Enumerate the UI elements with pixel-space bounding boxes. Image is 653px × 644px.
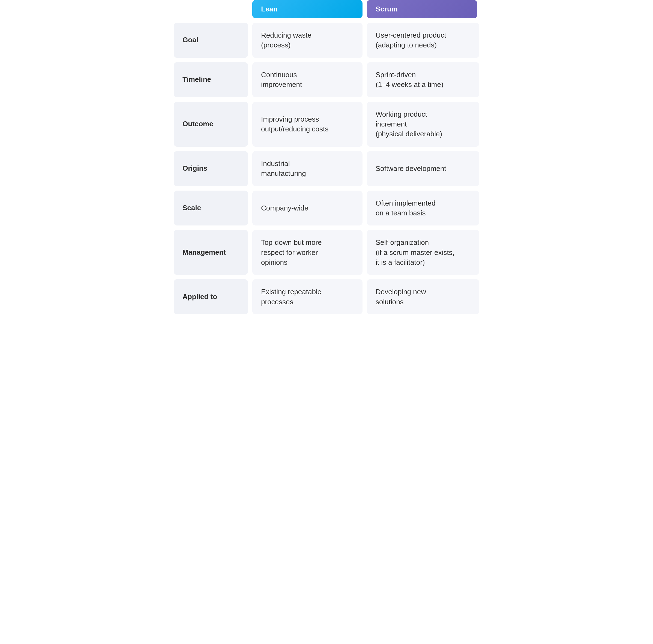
label-management: Management	[183, 248, 226, 257]
label-cell-scale: Scale	[174, 191, 248, 226]
scrum-cell-scale: Often implemented on a team basis	[367, 191, 479, 226]
scrum-text-management: Self-organization (if a scrum master exi…	[376, 238, 454, 267]
scrum-text-origins: Software development	[376, 164, 446, 173]
lean-cell-origins: Industrial manufacturing	[252, 151, 363, 186]
scrum-text-goal: User-centered product (adapting to needs…	[376, 30, 446, 50]
label-timeline: Timeline	[183, 75, 211, 84]
lean-text-outcome: Improving process output/reducing costs	[261, 114, 329, 134]
row-outcome: OutcomeImproving process output/reducing…	[174, 102, 479, 147]
label-applied-to: Applied to	[183, 292, 217, 301]
header-lean: Lean	[252, 0, 363, 18]
label-cell-management: Management	[174, 230, 248, 275]
lean-cell-goal: Reducing waste (process)	[252, 23, 363, 58]
header-scrum: Scrum	[367, 0, 477, 18]
row-applied-to: Applied toExisting repeatable processesD…	[174, 279, 479, 314]
scrum-text-scale: Often implemented on a team basis	[376, 198, 436, 218]
lean-text-applied-to: Existing repeatable processes	[261, 287, 321, 307]
label-cell-outcome: Outcome	[174, 102, 248, 147]
lean-text-management: Top-down but more respect for worker opi…	[261, 238, 322, 267]
lean-text-origins: Industrial manufacturing	[261, 159, 306, 179]
label-goal: Goal	[183, 35, 198, 45]
scrum-cell-goal: User-centered product (adapting to needs…	[367, 23, 479, 58]
row-timeline: TimelineContinuous improvementSprint-dri…	[174, 62, 479, 97]
scrum-cell-outcome: Working product increment (physical deli…	[367, 102, 479, 147]
scrum-cell-applied-to: Developing new solutions	[367, 279, 479, 314]
scrum-cell-timeline: Sprint-driven (1–4 weeks at a time)	[367, 62, 479, 97]
row-scale: ScaleCompany-wideOften implemented on a …	[174, 191, 479, 226]
scrum-text-timeline: Sprint-driven (1–4 weeks at a time)	[376, 70, 443, 90]
lean-cell-outcome: Improving process output/reducing costs	[252, 102, 363, 147]
lean-text-scale: Company-wide	[261, 203, 308, 213]
lean-text-timeline: Continuous improvement	[261, 70, 302, 90]
header-empty-cell	[174, 0, 250, 18]
scrum-header-label: Scrum	[376, 5, 398, 14]
header-row: Lean Scrum	[174, 0, 479, 18]
label-cell-timeline: Timeline	[174, 62, 248, 97]
row-goal: GoalReducing waste (process)User-centere…	[174, 23, 479, 58]
label-outcome: Outcome	[183, 119, 213, 129]
label-cell-origins: Origins	[174, 151, 248, 186]
lean-header-label: Lean	[261, 5, 278, 14]
lean-cell-management: Top-down but more respect for worker opi…	[252, 230, 363, 275]
scrum-text-outcome: Working product increment (physical deli…	[376, 109, 442, 139]
row-origins: OriginsIndustrial manufacturingSoftware …	[174, 151, 479, 186]
lean-text-goal: Reducing waste (process)	[261, 30, 312, 50]
row-management: ManagementTop-down but more respect for …	[174, 230, 479, 275]
scrum-cell-origins: Software development	[367, 151, 479, 186]
lean-cell-timeline: Continuous improvement	[252, 62, 363, 97]
scrum-text-applied-to: Developing new solutions	[376, 287, 426, 307]
label-cell-applied-to: Applied to	[174, 279, 248, 314]
label-origins: Origins	[183, 164, 207, 173]
label-cell-goal: Goal	[174, 23, 248, 58]
comparison-table: Lean Scrum GoalReducing waste (process)U…	[174, 0, 479, 314]
scrum-cell-management: Self-organization (if a scrum master exi…	[367, 230, 479, 275]
label-scale: Scale	[183, 203, 201, 213]
lean-cell-applied-to: Existing repeatable processes	[252, 279, 363, 314]
lean-cell-scale: Company-wide	[252, 191, 363, 226]
